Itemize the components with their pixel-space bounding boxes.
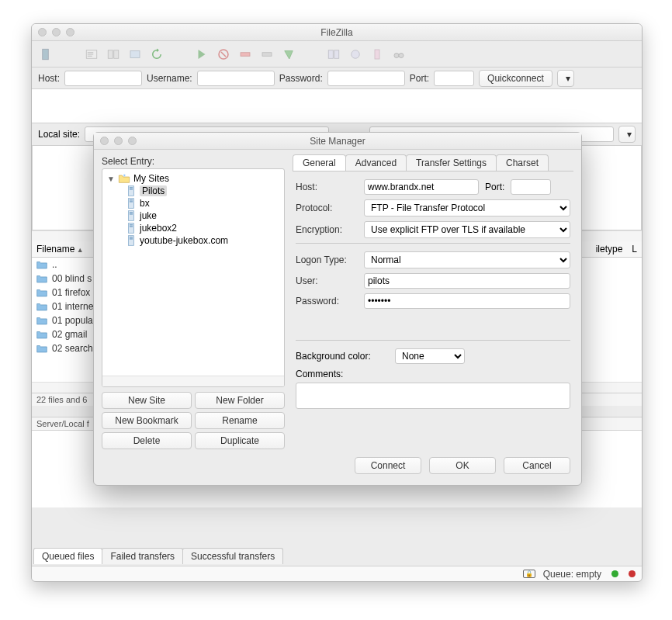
svg-rect-16 (130, 187, 133, 188)
col-last[interactable]: L (632, 244, 637, 255)
remote-site-dropdown[interactable]: ▾ (618, 126, 636, 143)
svg-rect-7 (262, 52, 272, 56)
my-sites-label: My Sites (133, 173, 169, 184)
logon-type-select[interactable]: Normal (364, 251, 570, 268)
site-entry-label: jukebox2 (140, 223, 177, 234)
site-entry[interactable]: juke (104, 210, 282, 222)
disconnect-icon[interactable] (237, 46, 254, 63)
tab-charset[interactable]: Charset (496, 154, 549, 171)
background-color-select[interactable]: None (395, 348, 465, 364)
site-manager-footer: Connect OK Cancel (94, 449, 581, 485)
reconnect-icon[interactable] (258, 46, 275, 63)
compare-icon[interactable] (325, 46, 342, 63)
protocol-select[interactable]: FTP - File Transfer Protocol (364, 199, 570, 216)
activity-led-recv (611, 570, 618, 577)
tab-failed-transfers[interactable]: Failed transfers (102, 548, 183, 564)
site-host-input[interactable] (364, 179, 479, 195)
file-name: 02 gmail (52, 329, 87, 340)
new-bookmark-button[interactable]: New Bookmark (102, 412, 192, 429)
site-entry[interactable]: jukebox2 (104, 222, 282, 234)
encryption-select[interactable]: Use explicit FTP over TLS if available (364, 221, 570, 238)
svg-rect-25 (130, 224, 133, 225)
file-name: 01 popula (52, 315, 93, 326)
main-toolbar (32, 41, 642, 68)
username-label: Username: (147, 73, 192, 84)
site-user-input[interactable] (364, 273, 570, 289)
file-name: 01 interne (52, 301, 93, 312)
ok-button[interactable]: OK (429, 457, 496, 474)
site-manager-icon[interactable] (38, 46, 55, 63)
host-label: Host: (38, 73, 60, 84)
username-input[interactable] (197, 71, 275, 86)
local-site-label: Local site: (38, 129, 80, 140)
search-remote-icon[interactable] (369, 46, 386, 63)
password-label: Password: (279, 73, 323, 84)
tab-transfer-settings[interactable]: Transfer Settings (406, 154, 497, 171)
binoculars-icon[interactable] (390, 46, 407, 63)
duplicate-button[interactable]: Duplicate (195, 432, 285, 449)
site-entry[interactable]: bx (104, 197, 282, 210)
toggle-tree-icon[interactable] (105, 46, 122, 63)
sync-browse-icon[interactable] (347, 46, 364, 63)
site-manager-titlebar: Site Manager (94, 133, 581, 150)
rename-button[interactable]: Rename (195, 412, 285, 429)
site-entry[interactable]: Pilots (104, 185, 282, 197)
site-entry-label: Pilots (140, 185, 167, 196)
comments-textarea[interactable] (296, 383, 570, 409)
port-input[interactable] (434, 71, 474, 86)
main-titlebar: FileZilla (32, 24, 642, 41)
disclosure-triangle-icon[interactable]: ▼ (107, 175, 115, 183)
cancel-icon[interactable] (215, 46, 232, 63)
status-bar: 🔒 Queue: empty (32, 566, 642, 581)
queue-tabs: Queued files Failed transfers Successful… (33, 548, 282, 564)
connect-button[interactable]: Connect (355, 457, 421, 474)
site-tree[interactable]: ▼ My Sites Pilotsbxjukejukebox2youtube-j… (102, 168, 285, 387)
tab-queued-files[interactable]: Queued files (33, 548, 102, 564)
tab-advanced[interactable]: Advanced (345, 154, 407, 171)
file-name: 00 blind s (52, 273, 92, 284)
svg-rect-28 (130, 237, 133, 237)
delete-button[interactable]: Delete (102, 432, 192, 449)
svg-rect-9 (334, 50, 339, 58)
toggle-queue-icon[interactable] (126, 46, 144, 63)
site-password-input[interactable] (364, 293, 570, 309)
site-tree-hscroll[interactable] (102, 376, 284, 386)
svg-rect-0 (43, 49, 49, 60)
tab-general[interactable]: General (293, 154, 346, 171)
svg-rect-11 (375, 50, 379, 59)
tree-root-my-sites[interactable]: ▼ My Sites (104, 172, 282, 185)
filter-icon[interactable] (280, 46, 297, 63)
toggle-log-icon[interactable] (83, 46, 100, 63)
new-site-button[interactable]: New Site (102, 392, 192, 409)
protocol-label: Protocol: (296, 203, 358, 213)
site-action-buttons: New Site New Folder New Bookmark Rename … (102, 392, 285, 449)
site-settings-tabs: General Advanced Transfer Settings Chars… (293, 154, 573, 171)
col-filetype[interactable]: iletype (596, 244, 623, 255)
site-port-input[interactable] (511, 179, 551, 195)
activity-led-send (629, 570, 636, 577)
new-folder-button[interactable]: New Folder (195, 392, 285, 409)
quickconnect-button[interactable]: Quickconnect (479, 70, 552, 87)
host-input[interactable] (64, 71, 142, 86)
site-entry[interactable]: youtube-jukebox.com (104, 234, 282, 247)
process-queue-icon[interactable] (193, 46, 210, 63)
svg-rect-4 (130, 50, 140, 57)
quickconnect-history-button[interactable]: ▾ (557, 70, 574, 87)
svg-rect-19 (130, 199, 133, 200)
select-entry-label: Select Entry: (102, 154, 285, 168)
background-color-label: Background color: (296, 351, 389, 362)
password-input[interactable] (327, 71, 405, 86)
cancel-button[interactable]: Cancel (504, 457, 570, 474)
col-filename[interactable]: Filename (36, 244, 84, 255)
encryption-indicator: 🔒 (523, 570, 535, 578)
svg-rect-26 (130, 226, 133, 227)
svg-rect-8 (328, 50, 333, 58)
svg-rect-2 (108, 50, 113, 58)
quickconnect-bar: Host: Username: Password: Port: Quickcon… (32, 68, 642, 89)
site-entry-label: youtube-jukebox.com (140, 235, 228, 246)
svg-point-12 (394, 53, 399, 57)
file-name: .. (52, 259, 57, 270)
tab-successful-transfers[interactable]: Successful transfers (182, 548, 283, 564)
svg-rect-23 (130, 213, 133, 214)
refresh-icon[interactable] (148, 46, 165, 63)
